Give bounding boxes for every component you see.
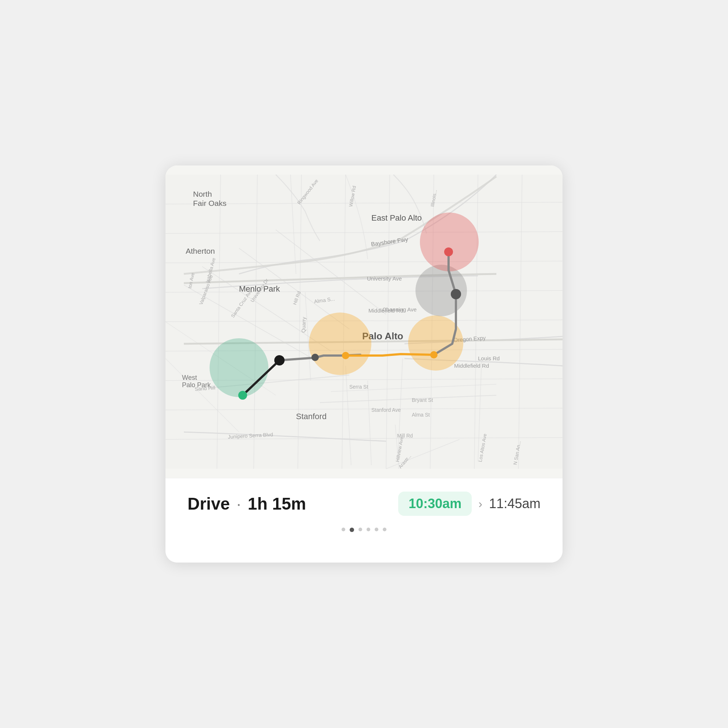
page-dot-6[interactable]	[383, 528, 387, 531]
page-dot-5[interactable]	[375, 528, 378, 531]
pagination-dots	[188, 528, 540, 532]
svg-point-45	[430, 351, 437, 358]
route-overlay	[165, 165, 563, 478]
chevron-icon: ›	[478, 497, 482, 511]
time-section: 10:30am › 11:45am	[398, 492, 540, 516]
duration-label: 1h 15m	[248, 494, 306, 514]
svg-point-47	[444, 248, 453, 256]
drive-mode-label: Drive	[188, 494, 230, 514]
page-dot-2[interactable]	[350, 528, 354, 532]
route-info-row: Drive · 1h 15m 10:30am › 11:45am	[188, 492, 540, 516]
svg-point-41	[238, 391, 247, 400]
route-card: North Fair Oaks Atherton Menlo Park East…	[165, 165, 563, 563]
map-area: North Fair Oaks Atherton Menlo Park East…	[165, 165, 563, 478]
arrival-time: 11:45am	[489, 496, 540, 511]
svg-line-40	[243, 360, 280, 395]
separator: ·	[236, 494, 241, 514]
svg-point-43	[311, 354, 319, 361]
svg-point-46	[451, 289, 461, 299]
page-dot-3[interactable]	[358, 528, 362, 531]
svg-point-42	[274, 355, 284, 366]
info-panel: Drive · 1h 15m 10:30am › 11:45am	[165, 478, 563, 563]
page-dot-1[interactable]	[341, 528, 345, 531]
departure-time[interactable]: 10:30am	[398, 492, 472, 516]
page-dot-4[interactable]	[367, 528, 370, 531]
svg-point-44	[342, 352, 349, 359]
